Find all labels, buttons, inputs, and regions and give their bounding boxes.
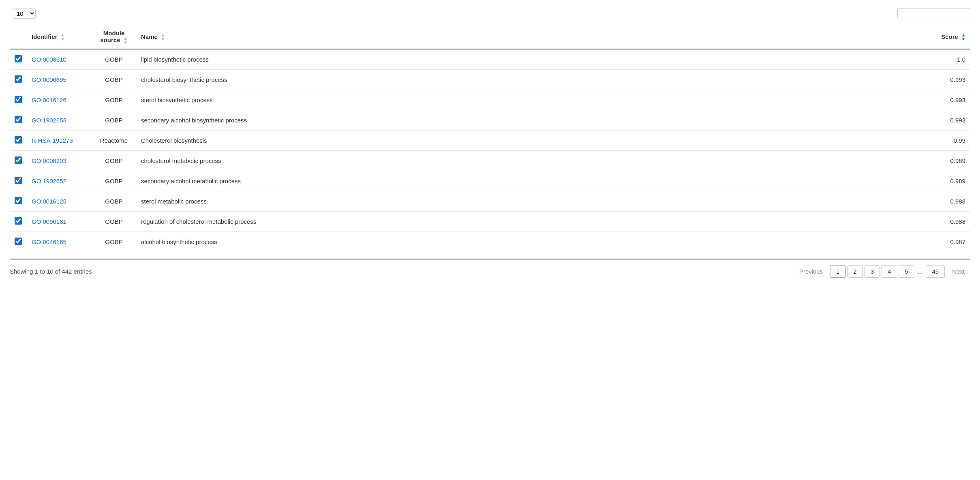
- row-checkbox[interactable]: [15, 156, 22, 164]
- row-checkbox[interactable]: [15, 96, 22, 103]
- row-score-cell: 0.987: [930, 232, 970, 252]
- row-checkbox[interactable]: [15, 116, 22, 123]
- row-score-cell: 0.988: [930, 191, 970, 212]
- table-row: GO:0016125GOBPsterol metabolic process0.…: [10, 191, 970, 212]
- identifier-link[interactable]: GO:1902652: [32, 178, 66, 184]
- row-identifier-cell: GO:1902652: [27, 171, 92, 191]
- row-identifier-cell: GO:1902653: [27, 110, 92, 131]
- row-checkbox[interactable]: [15, 238, 22, 245]
- page-button-last[interactable]: 45: [926, 265, 945, 278]
- row-module-cell: GOBP: [92, 49, 136, 70]
- top-controls: 102550100: [10, 8, 970, 19]
- page-button-5[interactable]: 5: [899, 265, 914, 278]
- row-name-cell: Cholesterol biosynthesis: [136, 131, 930, 151]
- col-header-identifier-label: Identifier: [32, 33, 57, 40]
- identifier-link[interactable]: GO:0016125: [32, 198, 66, 205]
- show-entries-control: 102550100: [10, 9, 39, 19]
- row-score-cell: 0.989: [930, 171, 970, 191]
- identifier-link[interactable]: GO:0090181: [32, 218, 66, 225]
- pagination: Previous 1 2 3 4 5 ... 45 Next: [794, 265, 970, 278]
- col-header-score-label: Score: [941, 33, 958, 40]
- row-module-cell: GOBP: [92, 171, 136, 191]
- col-header-check: [10, 26, 27, 49]
- row-score-cell: 0.993: [930, 70, 970, 90]
- table-row: GO:0006695GOBPcholesterol biosynthetic p…: [10, 70, 970, 90]
- row-module-cell: GOBP: [92, 110, 136, 131]
- table-row: GO:0008203GOBPcholesterol metabolic proc…: [10, 151, 970, 171]
- page-button-1[interactable]: 1: [830, 265, 845, 278]
- entries-select[interactable]: 102550100: [13, 9, 36, 19]
- page-button-3[interactable]: 3: [864, 265, 880, 278]
- table-row: R-HSA-191273ReactomeCholesterol biosynth…: [10, 131, 970, 151]
- table-body: GO:0008610GOBPlipid biosynthetic process…: [10, 49, 970, 252]
- score-sort-icon: ▲▼: [961, 33, 965, 41]
- row-identifier-cell: R-HSA-191273: [27, 131, 92, 151]
- module-sort-icon: ▲▼: [124, 36, 128, 45]
- row-check-cell: [10, 191, 27, 212]
- row-name-cell: secondary alcohol biosynthetic process: [136, 110, 930, 131]
- row-score-cell: 0.99: [930, 131, 970, 151]
- row-checkbox[interactable]: [15, 75, 22, 83]
- bottom-bar: Showing 1 to 10 of 442 entries Previous …: [10, 259, 970, 278]
- col-header-module[interactable]: Modulesource ▲▼: [92, 26, 136, 49]
- next-button[interactable]: Next: [946, 266, 970, 277]
- row-score-cell: 0.993: [930, 110, 970, 131]
- identifier-link[interactable]: GO:1902653: [32, 117, 66, 124]
- main-table: Identifier ▲▼ Modulesource ▲▼ Name ▲▼ Sc…: [10, 26, 970, 252]
- page-ellipsis: ...: [916, 266, 924, 277]
- page-button-2[interactable]: 2: [847, 265, 863, 278]
- row-name-cell: sterol biosynthetic process: [136, 90, 930, 110]
- row-score-cell: 1.0: [930, 49, 970, 70]
- col-header-name-label: Name: [141, 33, 158, 40]
- row-module-cell: GOBP: [92, 90, 136, 110]
- table-row: GO:1902653GOBPsecondary alcohol biosynth…: [10, 110, 970, 131]
- identifier-link[interactable]: GO:0008610: [32, 56, 66, 63]
- table-row: GO:0008610GOBPlipid biosynthetic process…: [10, 49, 970, 70]
- search-input[interactable]: [897, 8, 970, 19]
- row-check-cell: [10, 131, 27, 151]
- col-header-score[interactable]: Score ▲▼: [930, 26, 970, 49]
- identifier-link[interactable]: R-HSA-191273: [32, 137, 73, 144]
- row-name-cell: alcohol biosynthetic process: [136, 232, 930, 252]
- name-sort-icon: ▲▼: [161, 33, 165, 41]
- row-check-cell: [10, 90, 27, 110]
- row-module-cell: Reactome: [92, 131, 136, 151]
- row-module-cell: GOBP: [92, 232, 136, 252]
- row-checkbox[interactable]: [15, 217, 22, 225]
- row-identifier-cell: GO:0090181: [27, 212, 92, 232]
- row-identifier-cell: GO:0008203: [27, 151, 92, 171]
- row-check-cell: [10, 171, 27, 191]
- table-row: GO:0016126GOBPsterol biosynthetic proces…: [10, 90, 970, 110]
- identifier-link[interactable]: GO:0046165: [32, 238, 66, 245]
- row-module-cell: GOBP: [92, 191, 136, 212]
- row-check-cell: [10, 49, 27, 70]
- row-name-cell: cholesterol metabolic process: [136, 151, 930, 171]
- row-identifier-cell: GO:0016125: [27, 191, 92, 212]
- table-row: GO:1902652GOBPsecondary alcohol metaboli…: [10, 171, 970, 191]
- row-checkbox[interactable]: [15, 55, 22, 62]
- row-check-cell: [10, 110, 27, 131]
- row-check-cell: [10, 151, 27, 171]
- row-module-cell: GOBP: [92, 151, 136, 171]
- row-identifier-cell: GO:0016126: [27, 90, 92, 110]
- page-button-4[interactable]: 4: [882, 265, 897, 278]
- row-name-cell: regulation of cholesterol metabolic proc…: [136, 212, 930, 232]
- row-checkbox[interactable]: [15, 197, 22, 204]
- previous-button[interactable]: Previous: [794, 266, 828, 277]
- identifier-link[interactable]: GO:0006695: [32, 76, 66, 83]
- col-header-identifier[interactable]: Identifier ▲▼: [27, 26, 92, 49]
- row-checkbox[interactable]: [15, 177, 22, 184]
- row-check-cell: [10, 70, 27, 90]
- row-name-cell: sterol metabolic process: [136, 191, 930, 212]
- col-header-name[interactable]: Name ▲▼: [136, 26, 930, 49]
- row-module-cell: GOBP: [92, 70, 136, 90]
- showing-text: Showing 1 to 10 of 442 entries: [10, 268, 92, 275]
- identifier-link[interactable]: GO:0008203: [32, 157, 66, 164]
- row-name-cell: secondary alcohol metabolic process: [136, 171, 930, 191]
- row-check-cell: [10, 232, 27, 252]
- table-row: GO:0090181GOBPregulation of cholesterol …: [10, 212, 970, 232]
- row-identifier-cell: GO:0046165: [27, 232, 92, 252]
- search-control: [894, 8, 970, 19]
- identifier-link[interactable]: GO:0016126: [32, 96, 66, 103]
- row-checkbox[interactable]: [15, 136, 22, 144]
